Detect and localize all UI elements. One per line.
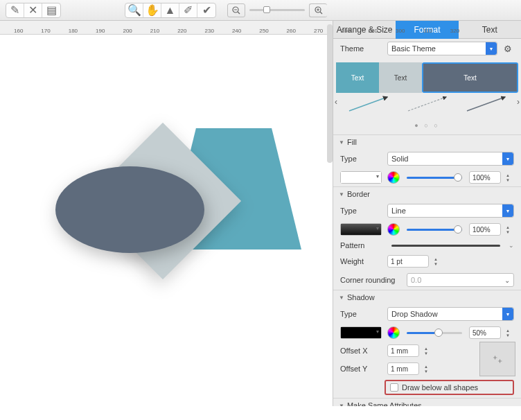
preview-1[interactable]: Text xyxy=(336,62,379,93)
stamp-tool-icon[interactable]: ▲ xyxy=(161,3,179,17)
fill-opacity-stepper[interactable]: ▲▼ xyxy=(506,171,514,184)
weight-value[interactable]: 1 pt xyxy=(387,255,429,268)
preview-3-selected[interactable]: Text xyxy=(422,62,518,93)
fill-type-label: Type xyxy=(340,155,383,163)
border-type-label: Type xyxy=(340,207,383,215)
weight-label: Weight xyxy=(340,257,383,265)
svg-line-1 xyxy=(238,12,240,14)
color-wheel-icon[interactable] xyxy=(387,223,400,236)
pattern-dropdown-icon[interactable]: ⌄ xyxy=(509,242,514,249)
shadow-type-select[interactable]: Drop Shadow xyxy=(387,307,514,321)
arrow-preview-1[interactable] xyxy=(349,97,387,111)
offset-x-stepper[interactable]: ▲▼ xyxy=(424,344,432,357)
offset-y-label: Offset Y xyxy=(340,365,383,373)
view-tool-group: 🔍 ✋ ▲ ✐ ✔ xyxy=(125,3,216,18)
theme-label: Theme xyxy=(340,44,383,53)
svg-line-4 xyxy=(320,12,322,14)
fill-color-swatch[interactable] xyxy=(340,171,382,184)
page-dots[interactable]: ● ○ ○ xyxy=(333,119,521,134)
fill-section: Fill Type Solid 100% ▲▼ xyxy=(333,134,521,186)
fill-type-select[interactable]: Solid xyxy=(387,152,514,166)
zoom-in-button[interactable] xyxy=(309,3,327,17)
border-opacity-value[interactable]: 100% xyxy=(469,223,501,236)
inspector-panel: Arrange & Size Format Text Theme Basic T… xyxy=(333,21,521,406)
main-area: 1601701801902002102202302402502602702802… xyxy=(0,21,521,406)
shadow-color-swatch[interactable] xyxy=(340,326,382,339)
zoom-slider[interactable] xyxy=(249,9,305,11)
shadow-opacity-stepper[interactable]: ▲▼ xyxy=(506,326,514,339)
arrow-preview-3[interactable] xyxy=(467,97,505,111)
draw-below-label: Draw below all shapes xyxy=(402,383,478,392)
theme-select[interactable]: Basic Theme xyxy=(387,42,497,55)
wrench-tool-icon[interactable]: ✕ xyxy=(24,3,42,17)
fill-opacity-value[interactable]: 100% xyxy=(469,171,501,184)
shadow-header[interactable]: Shadow xyxy=(333,290,521,304)
border-header[interactable]: Border xyxy=(333,187,521,201)
tool-group-1: ✎ ✕ ▤ xyxy=(6,3,61,18)
vertical-scrollbar[interactable] xyxy=(327,24,333,163)
zoom-slider-thumb[interactable] xyxy=(263,6,270,13)
color-wheel-icon[interactable] xyxy=(387,171,400,184)
eyedropper-tool-icon[interactable]: ✐ xyxy=(179,3,197,17)
pencil-tool-icon[interactable]: ✎ xyxy=(6,3,24,17)
offset-y-value[interactable]: 1 mm xyxy=(387,362,419,375)
shadow-section: Shadow Type Drop Shadow 50% ▲▼ Offset X … xyxy=(333,290,521,395)
prev-preview-icon[interactable]: ‹ xyxy=(335,97,337,107)
gear-icon[interactable]: ⚙ xyxy=(502,42,514,55)
pattern-preview xyxy=(391,245,500,247)
corner-label: Corner rounding xyxy=(340,276,403,284)
color-wheel-icon[interactable] xyxy=(387,326,400,339)
hand-tool-icon[interactable]: ✋ xyxy=(143,3,161,17)
corner-select[interactable]: 0.0 xyxy=(407,273,514,287)
border-section: Border Type Line 100% ▲▼ Pattern ⌄ Weigh… xyxy=(333,186,521,290)
canvas[interactable] xyxy=(0,21,333,406)
fill-header[interactable]: Fill xyxy=(333,135,521,149)
draw-below-option[interactable]: Draw below all shapes xyxy=(385,380,514,395)
same-attr-header[interactable]: Make Same Attributes xyxy=(333,399,521,406)
border-type-select[interactable]: Line xyxy=(387,204,514,218)
shadow-type-label: Type xyxy=(340,310,383,318)
shadow-opacity-slider[interactable] xyxy=(407,332,462,334)
arrow-previews xyxy=(339,94,515,114)
style-previews: Text Text Text xyxy=(333,58,521,93)
arrow-preview-2[interactable] xyxy=(408,97,446,111)
zoom-tool-icon[interactable]: 🔍 xyxy=(125,3,143,17)
border-opacity-slider[interactable] xyxy=(407,229,462,231)
border-opacity-stepper[interactable]: ▲▼ xyxy=(506,223,514,236)
draw-below-checkbox[interactable] xyxy=(390,383,398,392)
next-preview-icon[interactable]: › xyxy=(517,97,520,107)
offset-x-label: Offset X xyxy=(340,347,383,355)
shadow-opacity-value[interactable]: 50% xyxy=(469,326,501,339)
zoom-out-button[interactable] xyxy=(227,3,245,17)
shape-ellipse[interactable] xyxy=(55,166,204,253)
main-toolbar: ✎ ✕ ▤ 🔍 ✋ ▲ ✐ ✔ xyxy=(0,0,521,21)
border-color-swatch[interactable] xyxy=(340,223,382,236)
fill-opacity-slider[interactable] xyxy=(407,177,462,179)
brush-tool-icon[interactable]: ✔ xyxy=(197,3,215,17)
preview-2[interactable]: Text xyxy=(379,62,422,93)
offset-y-stepper[interactable]: ▲▼ xyxy=(424,362,432,375)
zoom-control xyxy=(227,3,327,17)
theme-row: Theme Basic Theme ⚙ xyxy=(333,39,521,58)
shadow-preview[interactable]: ⁺₊ xyxy=(479,342,515,376)
offset-x-value[interactable]: 1 mm xyxy=(387,344,419,357)
page-tool-icon[interactable]: ▤ xyxy=(42,3,60,17)
weight-stepper[interactable]: ▲▼ xyxy=(434,255,442,268)
same-attributes-section: Make Same Attributes ◧Fill ⟋Border TText… xyxy=(333,398,521,406)
tab-text[interactable]: Text xyxy=(459,21,521,39)
canvas-area[interactable]: 1601701801902002102202302402502602702802… xyxy=(0,21,333,406)
pattern-label: Pattern xyxy=(340,241,383,250)
